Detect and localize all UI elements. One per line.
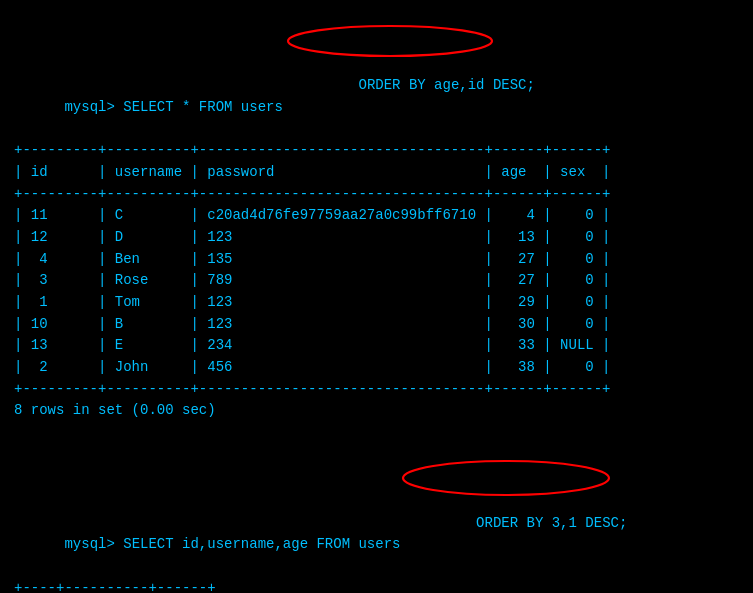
terminal-output: mysql> SELECT * FROM users ORDER BY age,… <box>14 10 739 593</box>
query2-sql-before: SELECT id,username,age FROM users <box>123 537 409 553</box>
query2-line: mysql> SELECT id,username,age FROM users… <box>14 448 739 578</box>
query1-line: mysql> SELECT * FROM users ORDER BY age,… <box>14 10 739 140</box>
blank-line <box>14 426 739 448</box>
query1-result-info: 8 rows in set (0.00 sec) <box>14 400 739 422</box>
query1-row-7: | 2 | John | 456 | 38 | 0 | <box>14 357 739 379</box>
query1-row-2: | 4 | Ben | 135 | 27 | 0 | <box>14 249 739 271</box>
prompt2: mysql> <box>64 537 123 553</box>
query1-highlight: ORDER BY age,id DESC; <box>291 32 535 119</box>
prompt1: mysql> <box>64 99 123 115</box>
query1-row-5: | 10 | B | 123 | 30 | 0 | <box>14 314 739 336</box>
query1-header: | id | username | password | age | sex | <box>14 162 739 184</box>
query1-section: mysql> SELECT * FROM users ORDER BY age,… <box>14 10 739 422</box>
query1-row-1: | 12 | D | 123 | 13 | 0 | <box>14 227 739 249</box>
query1-row-0: | 11 | C | c20ad4d76fe97759aa27a0c99bff6… <box>14 205 739 227</box>
query1-divider-top: +---------+----------+------------------… <box>14 140 739 162</box>
query1-sql-before: SELECT * FROM users <box>123 99 291 115</box>
query2-divider-top: +----+----------+------+ <box>14 578 739 593</box>
svg-point-0 <box>288 26 492 56</box>
query1-row-4: | 1 | Tom | 123 | 29 | 0 | <box>14 292 739 314</box>
query2-section: mysql> SELECT id,username,age FROM users… <box>14 448 739 593</box>
query2-highlight: ORDER BY 3,1 DESC; <box>409 469 627 556</box>
query1-divider-bot: +---------+----------+------------------… <box>14 379 739 401</box>
svg-point-1 <box>403 461 609 495</box>
query1-divider-mid: +---------+----------+------------------… <box>14 184 739 206</box>
query1-row-6: | 13 | E | 234 | 33 | NULL | <box>14 335 739 357</box>
query1-row-3: | 3 | Rose | 789 | 27 | 0 | <box>14 270 739 292</box>
